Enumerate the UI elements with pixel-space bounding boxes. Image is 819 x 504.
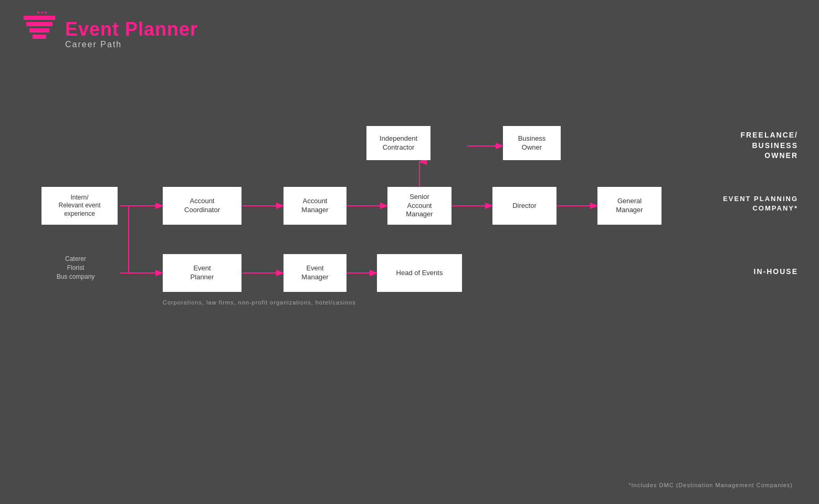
title-sub: Career Path: [65, 40, 198, 49]
box-account-manager: AccountManager: [284, 187, 346, 225]
label-freelance: FREELANCE/BUSINESSOWNER: [741, 130, 798, 161]
box-senior-account-manager: SeniorAccountManager: [387, 187, 452, 225]
svg-rect-2: [29, 28, 49, 33]
box-director: Director: [492, 187, 556, 225]
footnote-dmc: *Includes DMC (Destination Management Co…: [628, 482, 793, 488]
label-event-planning: EVENT PLANNINGCOMPANY*: [723, 194, 798, 213]
box-general-manager: GeneralManager: [597, 187, 662, 225]
box-intern: Intern/Relevant eventexperience: [41, 187, 118, 225]
svg-point-6: [45, 12, 47, 14]
svg-point-4: [37, 12, 39, 14]
svg-rect-0: [24, 16, 55, 20]
svg-rect-1: [26, 22, 52, 26]
svg-point-5: [41, 12, 43, 14]
box-business-owner: BusinessOwner: [503, 126, 561, 160]
box-account-coordinator: AccountCoordinator: [163, 187, 242, 225]
diagram: CatererFloristBus company Intern/Relevan…: [0, 84, 819, 504]
header: Event Planner Career Path: [21, 10, 198, 58]
title-area: Event Planner Career Path: [65, 19, 198, 49]
box-event-manager: EventManager: [284, 254, 346, 292]
caterer-label: CatererFloristBus company: [41, 255, 110, 281]
title-main: Event Planner: [65, 19, 198, 40]
svg-rect-3: [33, 35, 46, 39]
box-head-of-events: Head of Events: [377, 254, 462, 292]
footnote-corporations: Corporations, law firms, non-profit orga…: [163, 299, 356, 306]
logo-icon: [21, 10, 58, 58]
box-event-planner: EventPlanner: [163, 254, 242, 292]
box-independent-contractor: IndependentContractor: [366, 126, 430, 160]
label-in-house: IN-HOUSE: [754, 267, 798, 277]
